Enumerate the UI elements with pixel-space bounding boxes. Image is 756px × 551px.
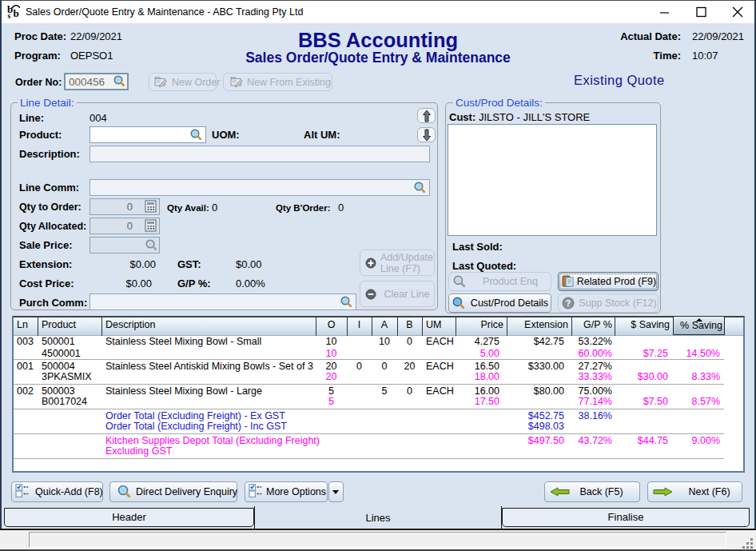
- svg-text:b: b: [14, 7, 19, 18]
- svg-text:?: ?: [566, 298, 571, 308]
- svg-text:s: s: [8, 12, 11, 19]
